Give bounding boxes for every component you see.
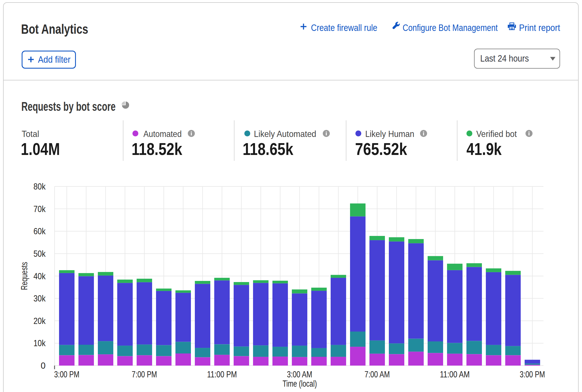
svg-text:Time (local): Time (local) <box>283 379 317 389</box>
svg-text:7:00 AM: 7:00 AM <box>365 369 390 379</box>
svg-text:40k: 40k <box>33 271 46 281</box>
svg-text:Requests: Requests <box>19 262 29 290</box>
svg-text:11:00 PM: 11:00 PM <box>207 369 237 379</box>
svg-text:60k: 60k <box>33 226 46 236</box>
svg-text:11:00 AM: 11:00 AM <box>440 369 470 379</box>
svg-text:30k: 30k <box>33 294 46 303</box>
svg-text:50k: 50k <box>33 249 46 259</box>
svg-text:10k: 10k <box>33 338 46 348</box>
svg-text:0: 0 <box>41 361 46 371</box>
svg-text:3:00 AM: 3:00 AM <box>287 369 312 379</box>
svg-text:20k: 20k <box>33 316 46 326</box>
svg-text:3:00 PM: 3:00 PM <box>54 369 80 379</box>
svg-text:7:00 PM: 7:00 PM <box>132 369 157 379</box>
svg-text:3:00 PM: 3:00 PM <box>520 369 545 379</box>
svg-text:70k: 70k <box>33 204 46 214</box>
svg-text:80k: 80k <box>33 182 46 192</box>
